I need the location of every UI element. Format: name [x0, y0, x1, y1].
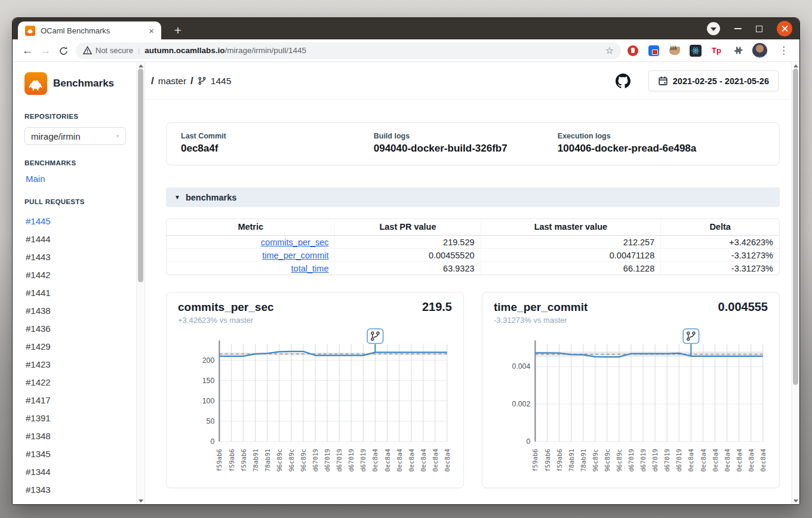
- svg-text:0: 0: [210, 437, 214, 446]
- svg-text:f59ab6: f59ab6: [228, 449, 236, 472]
- page-scrollbar-thumb[interactable]: [793, 69, 798, 385]
- scroll-down-icon[interactable]: [793, 500, 798, 502]
- svg-text:d67019: d67019: [663, 449, 671, 472]
- svg-text:d67019: d67019: [639, 449, 647, 472]
- tp-extension-icon[interactable]: Tp: [710, 45, 722, 57]
- svg-text:96c89c: 96c89c: [300, 449, 307, 472]
- table-cell: 212.257: [481, 236, 661, 249]
- sidebar-item-main[interactable]: Main: [26, 174, 129, 184]
- extensions-puzzle-icon[interactable]: [731, 45, 743, 57]
- privacy-extension-icon[interactable]: [648, 45, 659, 56]
- sidebar-item-pr-1345[interactable]: #1345: [26, 445, 129, 463]
- minimize-button[interactable]: [734, 28, 742, 29]
- table-cell: -3.31273%: [661, 249, 779, 262]
- url-bar[interactable]: Not secure | autumn.ocamllabs.io/mirage/…: [76, 42, 621, 59]
- svg-text:f59ab6: f59ab6: [240, 449, 248, 472]
- sidebar-item-pr-1417[interactable]: #1417: [26, 391, 129, 409]
- line-chart-time-per-commit[interactable]: 00.0020.004f59ab6f59ab6f59ab678ab9178ab9…: [494, 328, 768, 485]
- repository-select[interactable]: mirage/irmin ▼: [24, 127, 126, 145]
- sidebar-scrollbar[interactable]: [136, 63, 144, 504]
- url-path: /mirage/irmin/pull/1445: [225, 46, 307, 55]
- benchmarks-collapse-header[interactable]: ▼ benchmarks: [166, 187, 780, 207]
- svg-text:d67019: d67019: [651, 449, 659, 472]
- svg-text:0.004: 0.004: [512, 362, 531, 371]
- back-button[interactable]: ←: [19, 44, 36, 57]
- sidebar-item-pr-1443[interactable]: #1443: [26, 248, 129, 266]
- table-row: total_time63.932366.1228-3.31273%: [167, 262, 779, 275]
- charts-row: commits_per_sec 219.5 +3.42623% vs maste…: [166, 292, 780, 488]
- new-tab-button[interactable]: +: [169, 21, 187, 39]
- browser-tab[interactable]: OCaml Benchmarks ×: [18, 21, 161, 39]
- scroll-up-icon[interactable]: [139, 64, 143, 67]
- hedgehog-extension-icon[interactable]: [669, 47, 680, 55]
- scroll-down-icon[interactable]: [139, 500, 143, 502]
- profile-avatar[interactable]: [752, 43, 767, 58]
- sidebar-item-pr-1343[interactable]: #1343: [26, 481, 129, 499]
- table-cell: 66.1228: [481, 262, 661, 275]
- commit-summary-card: Last Commit 0ec8a4f Build logs 094040-do…: [166, 122, 780, 165]
- tab-search-icon[interactable]: [707, 22, 720, 35]
- browser-menu-icon[interactable]: ⋮: [776, 44, 791, 57]
- svg-text:50: 50: [207, 417, 215, 426]
- chart-title: time_per_commit: [494, 301, 588, 314]
- execution-logs-label: Execution logs: [558, 132, 765, 140]
- svg-text:0ec8a4: 0ec8a4: [432, 449, 439, 472]
- not-secure-label[interactable]: Not secure: [96, 46, 133, 55]
- url-text[interactable]: autumn.ocamllabs.io/mirage/irmin/pull/14…: [144, 46, 600, 55]
- sidebar-item-pr-1429[interactable]: #1429: [26, 338, 129, 356]
- metric-link-total_time[interactable]: total_time: [291, 264, 329, 273]
- react-devtools-extension-icon[interactable]: [690, 45, 702, 57]
- app-brand[interactable]: Benchmarks: [24, 72, 129, 95]
- table-cell: 63.9323: [335, 262, 481, 275]
- table-header: Last master value: [481, 219, 661, 236]
- sidebar-item-pr-1391[interactable]: #1391: [26, 409, 129, 427]
- close-button[interactable]: [777, 21, 792, 36]
- git-branch-icon: [198, 76, 207, 85]
- page-scrollbar[interactable]: [791, 63, 799, 504]
- sidebar-item-pr-1444[interactable]: #1444: [26, 230, 129, 248]
- breadcrumb-pr-number[interactable]: 1445: [211, 76, 231, 87]
- scroll-up-icon[interactable]: [793, 64, 798, 67]
- window-titlebar[interactable]: OCaml Benchmarks × +: [13, 18, 799, 39]
- breadcrumb-branch[interactable]: master: [158, 76, 186, 87]
- collapse-triangle-icon: ▼: [174, 194, 180, 201]
- svg-text:d67019: d67019: [359, 449, 367, 472]
- bookmark-star-icon[interactable]: ☆: [605, 45, 614, 56]
- breadcrumb-slash: /: [151, 75, 154, 87]
- date-range-picker[interactable]: 2021-02-25 - 2021-05-26: [648, 70, 779, 91]
- adblock-extension-icon[interactable]: [628, 45, 638, 56]
- sidebar-item-pr-1438[interactable]: #1438: [26, 302, 129, 320]
- line-chart-commits-per-sec[interactable]: 050100150200f59ab6f59ab6f59ab678ab9178ab…: [178, 328, 452, 485]
- table-row: time_per_commit0.004555200.00471128-3.31…: [167, 249, 779, 262]
- sidebar-item-pr-1348[interactable]: #1348: [26, 427, 129, 445]
- sidebar-item-pr-1344[interactable]: #1344: [26, 463, 129, 481]
- sidebar-item-pr-1442[interactable]: #1442: [26, 266, 129, 284]
- metric-link-commits_per_sec[interactable]: commits_per_sec: [261, 238, 329, 247]
- sidebar-item-pr-1441[interactable]: #1441: [26, 284, 129, 302]
- sidebar-item-pr-1342[interactable]: #1342: [26, 499, 129, 504]
- metric-link-time_per_commit[interactable]: time_per_commit: [262, 251, 328, 260]
- sidebar-scrollbar-thumb[interactable]: [138, 69, 143, 282]
- github-icon[interactable]: [616, 73, 630, 88]
- tab-close-icon[interactable]: ×: [147, 26, 155, 36]
- svg-text:0ec8a4: 0ec8a4: [712, 449, 719, 472]
- chart-current-value: 0.004555: [718, 300, 768, 314]
- metrics-table: MetricLast PR valueLast master valueDelt…: [167, 219, 779, 275]
- table-cell: 0.00455520: [335, 249, 481, 262]
- refresh-button[interactable]: [54, 44, 72, 57]
- sidebar-item-pr-1445[interactable]: #1445: [26, 212, 129, 230]
- sidebar-item-pr-1422[interactable]: #1422: [26, 374, 129, 391]
- maximize-button[interactable]: [756, 26, 762, 32]
- sidebar-item-pr-1436[interactable]: #1436: [26, 320, 129, 338]
- breadcrumb: / master / 1445: [151, 75, 231, 87]
- chart-card-time-per-commit: time_per_commit 0.004555 -3.31273% vs ma…: [482, 292, 780, 488]
- svg-text:96c89c: 96c89c: [592, 449, 599, 472]
- calendar-icon: [658, 76, 668, 86]
- svg-text:0ec8a4: 0ec8a4: [724, 449, 731, 472]
- svg-text:96c89c: 96c89c: [288, 449, 296, 472]
- repository-selected-value: mirage/irmin: [31, 131, 81, 141]
- sidebar-item-pr-1423[interactable]: #1423: [26, 356, 129, 374]
- chart-current-value: 219.5: [422, 300, 452, 314]
- forward-button[interactable]: →: [36, 44, 54, 57]
- svg-text:0ec8a4: 0ec8a4: [736, 449, 743, 472]
